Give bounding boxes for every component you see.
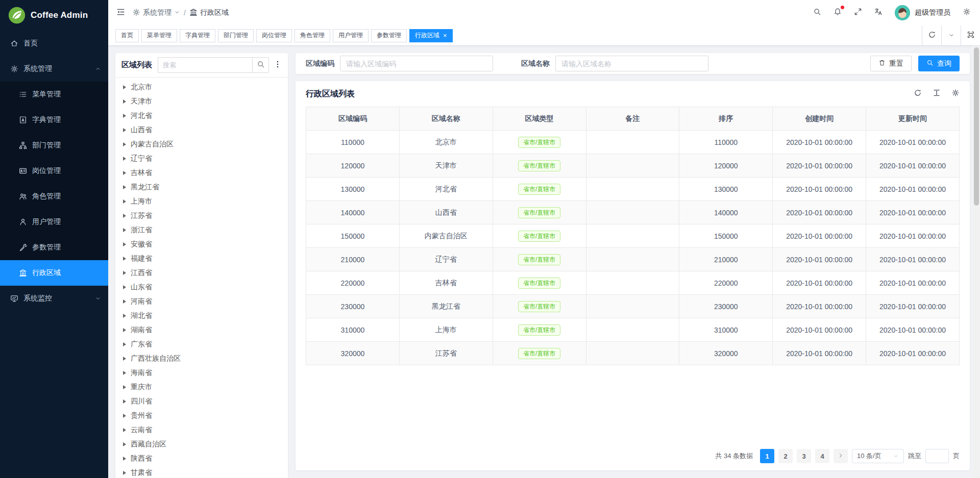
tree-item-广东省[interactable]: 广东省 bbox=[115, 337, 288, 351]
tab-部门管理[interactable]: 部门管理 bbox=[218, 29, 254, 42]
tabs-menu-chevron-icon[interactable] bbox=[941, 26, 961, 45]
tree-item-上海市[interactable]: 上海市 bbox=[115, 194, 288, 209]
sidebar-item-用户管理[interactable]: 用户管理 bbox=[0, 209, 108, 235]
tab-行政区域[interactable]: 行政区域× bbox=[409, 29, 453, 42]
tree-item-吉林省[interactable]: 吉林省 bbox=[115, 166, 288, 180]
fullscreen-icon[interactable] bbox=[854, 8, 862, 18]
brand[interactable]: Coffee Admin bbox=[0, 0, 108, 31]
tree-item-四川省[interactable]: 四川省 bbox=[115, 394, 288, 409]
close-icon[interactable]: × bbox=[443, 32, 447, 39]
column-settings-gear-icon[interactable] bbox=[951, 89, 960, 99]
region-type-tag: 省市/直辖市 bbox=[518, 160, 560, 171]
sidebar-item-系统监控[interactable]: 系统监控 bbox=[0, 286, 108, 311]
tree-item-江苏省[interactable]: 江苏省 bbox=[115, 209, 288, 223]
tab-用户管理[interactable]: 用户管理 bbox=[333, 29, 369, 42]
tree-item-label: 贵州省 bbox=[131, 411, 152, 420]
table-row[interactable]: 150000内蒙古自治区省市/直辖市1500002020-10-01 00:00… bbox=[306, 224, 960, 248]
tab-字典管理[interactable]: 字典管理 bbox=[180, 29, 215, 42]
sidebar-collapse-icon[interactable] bbox=[116, 8, 125, 18]
sidebar-item-系统管理[interactable]: 系统管理 bbox=[0, 56, 108, 82]
tree-item-重庆市[interactable]: 重庆市 bbox=[115, 380, 288, 394]
tree-item-黑龙江省[interactable]: 黑龙江省 bbox=[115, 180, 288, 194]
region-tree-search-input[interactable] bbox=[158, 57, 252, 73]
tree-item-label: 上海市 bbox=[131, 197, 152, 206]
sidebar-item-首页[interactable]: 首页 bbox=[0, 31, 108, 56]
table-row[interactable]: 220000吉林省省市/直辖市2200002020-10-01 00:00:00… bbox=[306, 271, 960, 295]
tab-菜单管理[interactable]: 菜单管理 bbox=[141, 29, 177, 42]
sidebar-item-行政区域[interactable]: 行政区域 bbox=[0, 260, 108, 286]
settings-gear-icon[interactable] bbox=[963, 8, 971, 18]
region-name-input[interactable] bbox=[555, 56, 708, 71]
table-cell: 320000 bbox=[306, 342, 400, 365]
page-button-1[interactable]: 1 bbox=[760, 449, 774, 463]
more-options-dots-icon[interactable] bbox=[274, 60, 282, 70]
table-cell: 150000 bbox=[306, 224, 400, 248]
content-fullscreen-icon[interactable] bbox=[961, 26, 980, 45]
tree-item-海南省[interactable]: 海南省 bbox=[115, 366, 288, 380]
breadcrumb-parent[interactable]: 系统管理 bbox=[132, 8, 180, 18]
page-button-4[interactable]: 4 bbox=[815, 449, 829, 463]
sidebar-item-菜单管理[interactable]: 菜单管理 bbox=[0, 82, 108, 107]
tab-参数管理[interactable]: 参数管理 bbox=[371, 29, 407, 42]
query-button[interactable]: 查询 bbox=[918, 56, 960, 71]
row-height-icon[interactable] bbox=[933, 89, 941, 99]
region-code-input[interactable] bbox=[340, 56, 493, 71]
tree-item-云南省[interactable]: 云南省 bbox=[115, 423, 288, 437]
reset-button[interactable]: 重置 bbox=[870, 56, 912, 71]
tree-item-河北省[interactable]: 河北省 bbox=[115, 109, 288, 123]
region-tree: 北京市天津市河北省山西省内蒙古自治区辽宁省吉林省黑龙江省上海市江苏省浙江省安徽省… bbox=[115, 78, 288, 478]
caret-right-icon bbox=[123, 85, 126, 89]
tree-item-北京市[interactable]: 北京市 bbox=[115, 80, 288, 94]
sidebar-item-字典管理[interactable]: 字典管理 bbox=[0, 107, 108, 133]
tree-item-陕西省[interactable]: 陕西省 bbox=[115, 451, 288, 466]
refresh-tab-icon[interactable] bbox=[922, 26, 941, 45]
tree-item-甘肃省[interactable]: 甘肃省 bbox=[115, 466, 288, 478]
table-row[interactable]: 120000天津市省市/直辖市1200002020-10-01 00:00:00… bbox=[306, 154, 960, 178]
main-area: 系统管理 / 行政区域 bbox=[108, 0, 980, 478]
table-row[interactable]: 140000山西省省市/直辖市1400002020-10-01 00:00:00… bbox=[306, 201, 960, 224]
page-button-2[interactable]: 2 bbox=[778, 449, 793, 463]
refresh-icon[interactable] bbox=[914, 89, 922, 99]
table-row[interactable]: 110000北京市省市/直辖市1100002020-10-01 00:00:00… bbox=[306, 131, 960, 154]
tree-item-河南省[interactable]: 河南省 bbox=[115, 294, 288, 309]
tree-item-广西壮族自治区[interactable]: 广西壮族自治区 bbox=[115, 351, 288, 366]
jump-page-input[interactable] bbox=[925, 449, 949, 463]
page-size-select[interactable]: 10 条/页 bbox=[852, 449, 904, 463]
page-scrollbar[interactable] bbox=[973, 46, 980, 478]
tree-item-内蒙古自治区[interactable]: 内蒙古自治区 bbox=[115, 137, 288, 152]
tree-item-贵州省[interactable]: 贵州省 bbox=[115, 409, 288, 423]
sidebar-item-部门管理[interactable]: 部门管理 bbox=[0, 133, 108, 158]
tree-item-辽宁省[interactable]: 辽宁省 bbox=[115, 152, 288, 166]
caret-right-icon bbox=[123, 99, 126, 104]
tree-item-天津市[interactable]: 天津市 bbox=[115, 94, 288, 109]
tab-首页[interactable]: 首页 bbox=[115, 29, 139, 42]
tree-item-福建省[interactable]: 福建省 bbox=[115, 251, 288, 266]
sidebar-item-参数管理[interactable]: 参数管理 bbox=[0, 235, 108, 260]
sidebar-item-岗位管理[interactable]: 岗位管理 bbox=[0, 158, 108, 184]
scrollbar-thumb[interactable] bbox=[974, 47, 979, 206]
tree-item-安徽省[interactable]: 安徽省 bbox=[115, 237, 288, 251]
tree-item-西藏自治区[interactable]: 西藏自治区 bbox=[115, 437, 288, 451]
user-menu[interactable]: 超级管理员 bbox=[895, 5, 950, 20]
tree-item-山东省[interactable]: 山东省 bbox=[115, 280, 288, 294]
table-row[interactable]: 320000江苏省省市/直辖市3200002020-10-01 00:00:00… bbox=[306, 342, 960, 365]
tree-item-江西省[interactable]: 江西省 bbox=[115, 266, 288, 280]
table-row[interactable]: 130000河北省省市/直辖市1300002020-10-01 00:00:00… bbox=[306, 178, 960, 201]
sidebar-item-角色管理[interactable]: 角色管理 bbox=[0, 184, 108, 209]
table-row[interactable]: 310000上海市省市/直辖市3100002020-10-01 00:00:00… bbox=[306, 318, 960, 342]
table-row[interactable]: 230000黑龙江省省市/直辖市2300002020-10-01 00:00:0… bbox=[306, 295, 960, 318]
tree-item-浙江省[interactable]: 浙江省 bbox=[115, 223, 288, 237]
region-code-label: 区域编码 bbox=[306, 59, 334, 68]
table-row[interactable]: 210000辽宁省省市/直辖市2100002020-10-01 00:00:00… bbox=[306, 248, 960, 271]
tree-item-湖南省[interactable]: 湖南省 bbox=[115, 323, 288, 337]
notification-bell-icon[interactable] bbox=[834, 8, 842, 18]
search-icon[interactable] bbox=[813, 8, 821, 18]
tab-岗位管理[interactable]: 岗位管理 bbox=[256, 29, 292, 42]
tree-item-山西省[interactable]: 山西省 bbox=[115, 123, 288, 137]
next-page-button[interactable] bbox=[834, 449, 848, 463]
translate-icon[interactable] bbox=[874, 8, 883, 18]
tree-item-湖北省[interactable]: 湖北省 bbox=[115, 309, 288, 323]
tab-角色管理[interactable]: 角色管理 bbox=[295, 29, 330, 42]
page-button-3[interactable]: 3 bbox=[797, 449, 811, 463]
region-tree-search-button[interactable] bbox=[252, 57, 269, 73]
